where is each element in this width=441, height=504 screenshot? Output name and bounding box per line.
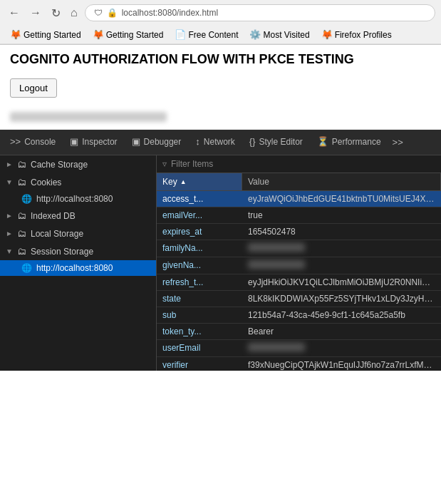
bookmark-free-content[interactable]: 📄 Free Content — [170, 28, 242, 41]
performance-icon: ⏳ — [317, 136, 328, 147]
table-row[interactable]: state8LK8kIKDDWIAXp55Fz5SYjTHkv1xLDy3Jzy… — [157, 291, 441, 307]
table-row[interactable]: token_ty...Bearer — [157, 324, 441, 340]
sidebar-item-local-storage[interactable]: ► 🗂 Local Storage — [0, 225, 156, 242]
firefox-icon-2: 🦊 — [93, 29, 104, 40]
shield-icon: 🛡 — [94, 8, 103, 18]
indexed-db-icon: 🗂 — [17, 210, 26, 221]
bookmark-label-5: Firefox Profiles — [335, 30, 392, 40]
globe-icon-session: 🌐 — [21, 263, 32, 273]
table-row[interactable]: access_t...eyJraWQiOiJhbEdGUE41bktnbTU0M… — [157, 191, 441, 207]
nav-bar: ← → ↻ ⌂ 🛡 🔒 localhost:8080/index.html — [0, 0, 441, 26]
tab-console[interactable]: >> Console — [3, 130, 63, 154]
tab-inspector[interactable]: ▣ Inspector — [63, 130, 124, 154]
table-cell-value: f39xNuegCipQTAjkW1nEquIJJf6no7za7rrLxfMQ… — [242, 357, 441, 371]
table-row[interactable]: givenNa... — [157, 257, 441, 274]
logout-button[interactable]: Logout — [10, 78, 57, 98]
bookmarks-bar: 🦊 Getting Started 🦊 Getting Started 📄 Fr… — [0, 26, 441, 44]
th-value: Value — [242, 173, 441, 190]
cookies-localhost-label: http://localhost:8080 — [36, 194, 113, 204]
table-cell-key: userEmail — [157, 340, 242, 356]
table-cell-value: eyJraWQiOiJhbEdGUE41bktnbTU0MitsUEJ4XC91… — [242, 191, 441, 207]
devtools-main: ▿ Filter Items Key ▲ Value access_t...ey… — [157, 155, 441, 371]
style-editor-icon: {} — [249, 136, 256, 147]
sidebar-item-cache-storage[interactable]: ► 🗂 Cache Storage — [0, 155, 156, 173]
devtools-tabs: >> Console ▣ Inspector ▣ Debugger ↕ Netw… — [0, 130, 441, 155]
sort-icon: ▲ — [180, 178, 187, 185]
gear-icon: ⚙️ — [249, 29, 261, 40]
devtools-panel: >> Console ▣ Inspector ▣ Debugger ↕ Netw… — [0, 130, 441, 371]
bookmark-getting-started-1[interactable]: 🦊 Getting Started — [6, 28, 85, 41]
devtools-sidebar: ► 🗂 Cache Storage ▼ 🗂 Cookies 🌐 http://l… — [0, 155, 157, 371]
sidebar-item-indexed-db[interactable]: ► 🗂 Indexed DB — [0, 207, 156, 225]
sidebar-sub-cookies-localhost[interactable]: 🌐 http://localhost:8080 — [0, 191, 156, 207]
bookmark-most-visited[interactable]: ⚙️ Most Visited — [245, 28, 313, 41]
table-cell-value: Bearer — [242, 324, 441, 339]
session-localhost-label: http://localhost:8080 — [36, 263, 113, 273]
table-row[interactable]: emailVer...true — [157, 207, 441, 224]
cache-storage-icon: 🗂 — [17, 159, 26, 170]
tab-style-editor[interactable]: {} Style Editor — [242, 130, 310, 154]
cookies-icon: 🗂 — [17, 177, 26, 187]
table-row[interactable]: familyNa... — [157, 240, 441, 257]
table-cell-key: sub — [157, 307, 242, 323]
sidebar-item-session-storage[interactable]: ▼ 🗂 Session Storage — [0, 242, 156, 260]
bookmark-getting-started-2[interactable]: 🦊 Getting Started — [88, 28, 168, 41]
th-key-label: Key — [162, 177, 177, 187]
blurred-value — [248, 243, 305, 252]
page-title: COGNITO AUTHORIZATION FLOW WITH PKCE TES… — [10, 52, 431, 67]
cache-storage-label: Cache Storage — [31, 160, 88, 170]
sidebar-sub-session-localhost[interactable]: 🌐 http://localhost:8080 — [0, 260, 156, 276]
console-icon: >> — [10, 136, 21, 147]
local-storage-icon: 🗂 — [17, 228, 26, 239]
table-row[interactable]: sub121b54a7-43ca-45e9-9cf1-1c645a25a5fb — [157, 307, 441, 324]
toggle-icon-indexed-db: ► — [6, 212, 13, 220]
toggle-icon-cache: ► — [6, 160, 13, 168]
bookmark-label-1: Getting Started — [24, 30, 81, 40]
tab-overflow-button[interactable]: >> — [388, 131, 408, 153]
filter-icon: ▿ — [162, 159, 167, 169]
network-icon: ↕ — [195, 136, 200, 147]
tab-style-editor-label: Style Editor — [259, 137, 303, 147]
back-button[interactable]: ← — [6, 5, 23, 21]
table-cell-value — [242, 240, 441, 257]
tab-performance[interactable]: ⏳ Performance — [310, 130, 388, 154]
table-row[interactable]: userEmail — [157, 340, 441, 357]
table-cell-value — [242, 340, 441, 356]
sidebar-item-cookies[interactable]: ▼ 🗂 Cookies — [0, 173, 156, 191]
filter-bar: ▿ Filter Items — [157, 155, 441, 173]
table-header: Key ▲ Value — [157, 173, 441, 191]
home-button[interactable]: ⌂ — [68, 5, 81, 21]
data-table: Key ▲ Value access_t...eyJraWQiOiJhbEdGU… — [157, 173, 441, 371]
reload-button[interactable]: ↻ — [48, 5, 63, 21]
page-content: COGNITO AUTHORIZATION FLOW WITH PKCE TES… — [0, 45, 441, 130]
browser-chrome: ← → ↻ ⌂ 🛡 🔒 localhost:8080/index.html 🦊 … — [0, 0, 441, 45]
filter-label: Filter Items — [171, 159, 213, 169]
table-cell-key: verifier — [157, 357, 242, 371]
address-bar[interactable]: 🛡 🔒 localhost:8080/index.html — [85, 4, 435, 21]
indexed-db-label: Indexed DB — [31, 211, 76, 221]
tab-debugger-label: Debugger — [144, 137, 182, 147]
address-url[interactable]: localhost:8080/index.html — [122, 8, 218, 18]
table-row[interactable]: verifierf39xNuegCipQTAjkW1nEquIJJf6no7za… — [157, 357, 441, 371]
table-cell-key: givenNa... — [157, 257, 242, 274]
table-cell-key: expires_at — [157, 224, 242, 240]
globe-icon-cookies: 🌐 — [21, 194, 32, 204]
session-storage-label: Session Storage — [31, 247, 93, 257]
table-cell-value: true — [242, 207, 441, 223]
table-row[interactable]: expires_at1654502478 — [157, 224, 441, 240]
session-storage-icon: 🗂 — [17, 246, 26, 257]
bookmark-label-4: Most Visited — [263, 30, 309, 40]
table-cell-key: access_t... — [157, 191, 242, 207]
forward-button[interactable]: → — [27, 5, 44, 21]
blurred-value — [248, 260, 305, 269]
table-cell-value — [242, 257, 441, 274]
table-cell-value: 1654502478 — [242, 224, 441, 240]
table-row[interactable]: refresh_t...eyJjdHkiOiJKV1QiLCJlbmMiOiJB… — [157, 274, 441, 291]
bookmark-firefox-profiles[interactable]: 🦊 Firefox Profiles — [317, 28, 396, 41]
tab-network[interactable]: ↕ Network — [188, 130, 242, 154]
toggle-icon-cookies: ▼ — [6, 178, 13, 186]
table-cell-value: 121b54a7-43ca-45e9-9cf1-1c645a25a5fb — [242, 307, 441, 323]
tab-debugger[interactable]: ▣ Debugger — [125, 130, 189, 154]
firefox-icon-3: 🦊 — [321, 29, 333, 40]
th-value-label: Value — [248, 177, 269, 187]
